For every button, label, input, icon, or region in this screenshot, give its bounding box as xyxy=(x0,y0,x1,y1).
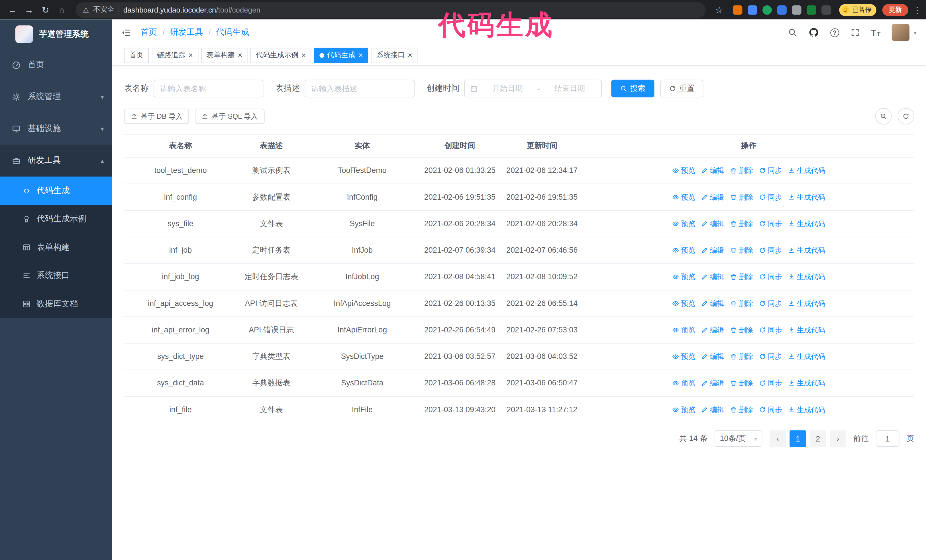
page-button-1[interactable]: 1 xyxy=(790,430,806,447)
generate-link[interactable]: 生成代码 xyxy=(788,378,825,388)
sidebar-subitem-codegen[interactable]: 代码生成 xyxy=(0,177,112,205)
breadcrumb-codegen[interactable]: 代码生成 xyxy=(216,27,249,38)
delete-link[interactable]: 删除 xyxy=(730,405,753,415)
import-db-button[interactable]: 基于 DB 导入 xyxy=(124,109,189,124)
tab-codegen[interactable]: 代码生成× xyxy=(314,48,368,63)
preview-link[interactable]: 预览 xyxy=(672,325,695,335)
preview-link[interactable]: 预览 xyxy=(672,165,695,176)
refresh-table-button[interactable] xyxy=(898,108,914,124)
extension-icon[interactable] xyxy=(777,5,787,15)
github-icon[interactable] xyxy=(808,27,819,38)
sync-link[interactable]: 同步 xyxy=(759,272,782,282)
edit-link[interactable]: 编辑 xyxy=(701,325,724,335)
paused-badge[interactable]: 已暂停 xyxy=(839,4,876,15)
edit-link[interactable]: 编辑 xyxy=(701,405,724,415)
preview-link[interactable]: 预览 xyxy=(672,351,695,362)
edit-link[interactable]: 编辑 xyxy=(701,351,724,362)
sidebar-item-home[interactable]: 首页 xyxy=(0,49,112,81)
fullscreen-icon[interactable] xyxy=(850,28,859,37)
breadcrumb-home[interactable]: 首页 xyxy=(141,27,157,38)
sidebar-subitem-codegen-example[interactable]: 代码生成示例 xyxy=(0,205,112,233)
generate-link[interactable]: 生成代码 xyxy=(788,165,825,176)
search-button[interactable]: 搜索 xyxy=(611,80,654,97)
extension-icon[interactable] xyxy=(763,5,772,15)
extension-icon[interactable] xyxy=(806,5,816,15)
preview-link[interactable]: 预览 xyxy=(672,192,695,202)
generate-link[interactable]: 生成代码 xyxy=(788,245,825,255)
preview-link[interactable]: 预览 xyxy=(672,298,695,309)
close-icon[interactable]: × xyxy=(188,51,193,59)
help-icon[interactable]: ? xyxy=(830,28,839,37)
import-sql-button[interactable]: 基于 SQL 导入 xyxy=(195,109,265,124)
sidebar-item-system[interactable]: 系统管理▾ xyxy=(0,81,112,113)
hide-search-button[interactable] xyxy=(875,108,892,124)
delete-link[interactable]: 删除 xyxy=(730,378,753,388)
extension-icon[interactable] xyxy=(733,5,742,15)
tab-home[interactable]: 首页 xyxy=(124,48,149,63)
delete-link[interactable]: 删除 xyxy=(730,219,753,229)
date-range-picker[interactable]: 开始日期 - 结束日期 xyxy=(464,80,602,97)
delete-link[interactable]: 删除 xyxy=(730,325,753,335)
delete-link[interactable]: 删除 xyxy=(730,165,753,176)
tab-system-api[interactable]: 系统接口× xyxy=(371,48,418,63)
forward-icon[interactable]: → xyxy=(21,2,37,17)
sync-link[interactable]: 同步 xyxy=(759,325,782,335)
page-size-select[interactable]: 10条/页 ▾ xyxy=(714,430,763,447)
caret-down-icon[interactable]: ▾ xyxy=(914,29,916,36)
delete-link[interactable]: 删除 xyxy=(730,298,753,309)
address-bar[interactable]: ⚠ 不安全 dashboard.yudao.iocoder.cn/tool/co… xyxy=(76,2,706,17)
sync-link[interactable]: 同步 xyxy=(759,405,782,415)
generate-link[interactable]: 生成代码 xyxy=(788,351,825,362)
edit-link[interactable]: 编辑 xyxy=(701,298,724,309)
edit-link[interactable]: 编辑 xyxy=(701,378,724,388)
preview-link[interactable]: 预览 xyxy=(672,405,695,415)
user-avatar[interactable] xyxy=(892,24,909,41)
close-icon[interactable]: × xyxy=(408,51,412,59)
extension-icon[interactable] xyxy=(747,5,757,15)
browser-menu-icon[interactable]: ⋮ xyxy=(913,5,921,15)
prev-page-button[interactable]: ‹ xyxy=(770,430,786,447)
sidebar-subitem-db-doc[interactable]: 数据库文档 xyxy=(0,290,112,318)
search-icon[interactable] xyxy=(788,28,797,37)
edit-link[interactable]: 编辑 xyxy=(701,165,724,176)
extension-icon[interactable] xyxy=(792,5,801,15)
delete-link[interactable]: 删除 xyxy=(730,192,753,202)
sync-link[interactable]: 同步 xyxy=(759,378,782,388)
page-button-2[interactable]: 2 xyxy=(810,430,826,447)
font-size-icon[interactable]: TT xyxy=(871,27,881,37)
edit-link[interactable]: 编辑 xyxy=(701,219,724,229)
sidebar-subitem-system-api[interactable]: 系统接口 xyxy=(0,261,112,290)
generate-link[interactable]: 生成代码 xyxy=(788,272,825,282)
reload-icon[interactable]: ↻ xyxy=(38,2,53,17)
edit-link[interactable]: 编辑 xyxy=(701,245,724,255)
sidebar-subitem-form-builder[interactable]: 表单构建 xyxy=(0,233,112,261)
table-desc-input[interactable] xyxy=(305,80,415,97)
close-icon[interactable]: × xyxy=(301,51,306,59)
generate-link[interactable]: 生成代码 xyxy=(788,405,825,415)
sync-link[interactable]: 同步 xyxy=(759,245,782,255)
delete-link[interactable]: 删除 xyxy=(730,351,753,362)
reset-button[interactable]: 重置 xyxy=(660,80,703,97)
goto-page-input[interactable] xyxy=(876,430,899,447)
generate-link[interactable]: 生成代码 xyxy=(788,192,825,202)
extension-icon[interactable] xyxy=(822,5,831,15)
edit-link[interactable]: 编辑 xyxy=(701,272,724,282)
edit-link[interactable]: 编辑 xyxy=(701,192,724,202)
preview-link[interactable]: 预览 xyxy=(672,378,695,388)
preview-link[interactable]: 预览 xyxy=(672,245,695,255)
bookmark-star-icon[interactable]: ☆ xyxy=(712,2,727,17)
preview-link[interactable]: 预览 xyxy=(672,272,695,282)
next-page-button[interactable]: › xyxy=(830,430,846,447)
tab-tracer[interactable]: 链路追踪× xyxy=(152,48,198,63)
delete-link[interactable]: 删除 xyxy=(730,272,753,282)
close-icon[interactable]: × xyxy=(359,51,363,59)
sync-link[interactable]: 同步 xyxy=(759,298,782,309)
sidebar-collapse-icon[interactable] xyxy=(121,27,131,37)
generate-link[interactable]: 生成代码 xyxy=(788,325,825,335)
tab-codegen-example[interactable]: 代码生成示例× xyxy=(250,48,311,63)
update-button[interactable]: 更新 xyxy=(882,4,908,15)
sync-link[interactable]: 同步 xyxy=(759,219,782,229)
preview-link[interactable]: 预览 xyxy=(672,219,695,229)
close-icon[interactable]: × xyxy=(238,51,242,59)
sidebar-item-devtools[interactable]: 研发工具▴ xyxy=(0,145,112,177)
